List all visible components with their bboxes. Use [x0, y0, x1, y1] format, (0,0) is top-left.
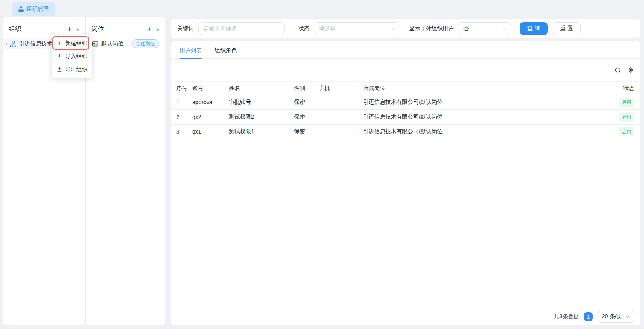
page-number-button[interactable]: 1: [584, 312, 593, 321]
keyword-label: 关键词: [177, 25, 194, 32]
cell-name: 审批账号: [229, 95, 294, 110]
org-node-icon: [10, 41, 16, 47]
refresh-icon[interactable]: [614, 66, 621, 74]
cell-name: 测试权限2: [229, 110, 294, 125]
menu-item-new-organization[interactable]: + 新建组织: [52, 37, 92, 50]
position-type-badge: 责任岗位: [132, 39, 159, 48]
cell-gender: 保密: [294, 110, 319, 125]
status-select[interactable]: 请选择: [314, 22, 400, 35]
top-tab-bar: 组织管理: [0, 0, 644, 16]
pagination-bar: 共3条数据 1 20 条/页: [171, 308, 640, 325]
status-badge: 启用: [619, 127, 634, 136]
table-header-row: 序号 账号 姓名 性别 手机 所属岗位 状态: [171, 82, 640, 95]
organization-actions-menu: + 新建组织 导入组织 导出组织: [52, 35, 92, 78]
content-tabs: 用户列表 组织角色: [171, 41, 640, 59]
expand-caret-icon[interactable]: [6, 42, 8, 45]
status-badge: 启用: [619, 98, 634, 107]
status-label: 状态: [298, 25, 309, 32]
position-panel-header: 岗位 + »: [86, 20, 165, 38]
position-list-item[interactable]: 默认岗位 责任岗位: [86, 38, 165, 49]
table-row[interactable]: 2 qx2 测试权限2 保密 引迈信息技术有限公司/默认岗位 启用: [171, 110, 640, 125]
menu-item-import-organization[interactable]: 导入组织: [52, 50, 92, 63]
status-badge: 启用: [619, 113, 634, 122]
col-gender: 性别: [294, 82, 319, 95]
chevron-down-icon: [391, 26, 396, 31]
col-index: 序号: [171, 82, 192, 95]
cell-index: 2: [171, 110, 192, 125]
tab-user-list[interactable]: 用户列表: [180, 41, 202, 58]
user-table: 序号 账号 姓名 性别 手机 所属岗位 状态 1 approval 审批账号 保…: [171, 81, 640, 139]
cell-account: qx2: [192, 110, 229, 125]
col-account: 账号: [192, 82, 229, 95]
table-row[interactable]: 1 approval 审批账号 保密 引迈信息技术有限公司/默认岗位 启用: [171, 95, 640, 110]
col-position: 所属岗位: [363, 82, 607, 95]
descendant-users-value: 否: [463, 25, 502, 32]
organization-panel-title: 组织: [9, 25, 21, 33]
add-position-icon[interactable]: +: [147, 25, 151, 33]
cell-position: 引迈信息技术有限公司/默认岗位: [363, 125, 607, 139]
cell-position: 引迈信息技术有限公司/默认岗位: [363, 110, 607, 125]
cell-gender: 保密: [294, 95, 319, 110]
download-icon: [56, 54, 62, 59]
chevron-down-icon: [502, 26, 507, 31]
cell-account: qx1: [192, 125, 229, 139]
cell-gender: 保密: [294, 125, 319, 139]
cell-phone: [319, 125, 363, 139]
reset-button[interactable]: 重置: [553, 22, 581, 35]
upload-icon: [56, 67, 62, 72]
plus-icon: +: [56, 40, 62, 47]
total-count-text: 共3条数据: [554, 313, 579, 320]
cell-account: approval: [192, 95, 229, 110]
gear-icon[interactable]: [627, 66, 634, 74]
tab-org-management[interactable]: 组织管理: [12, 2, 55, 16]
position-panel: 岗位 + » 默认岗位 责任岗位: [86, 17, 165, 325]
page-size-value: 20 条/页: [602, 313, 622, 320]
status-select-value: 请选择: [319, 25, 391, 32]
menu-item-export-organization[interactable]: 导出组织: [52, 63, 92, 76]
position-panel-title: 岗位: [91, 25, 104, 33]
filter-bar: 关键词 状态 请选择 显示子孙组织用户 否 查询 重置: [171, 19, 640, 38]
menu-item-label: 新建组织: [65, 40, 87, 47]
search-button[interactable]: 查询: [520, 22, 548, 35]
org-node-label: 引迈信息技术: [19, 40, 52, 47]
descendant-users-select[interactable]: 否: [458, 22, 511, 35]
col-name: 姓名: [229, 82, 294, 95]
tab-org-roles[interactable]: 组织角色: [215, 41, 237, 58]
col-status: 状态: [607, 82, 640, 95]
menu-item-label: 导出组织: [65, 66, 87, 73]
cell-name: 测试权限1: [229, 125, 294, 139]
add-organization-icon[interactable]: +: [67, 25, 72, 33]
keyword-input[interactable]: [198, 22, 285, 35]
descendant-users-label: 显示子孙组织用户: [409, 25, 454, 32]
position-label: 默认岗位: [101, 40, 124, 47]
content-card: 用户列表 组织角色: [171, 41, 640, 325]
chevron-down-icon: [625, 314, 630, 319]
org-chart-icon: [18, 6, 24, 12]
cell-index: 3: [171, 125, 192, 139]
tab-label: 组织管理: [27, 6, 49, 13]
menu-item-label: 导入组织: [65, 53, 87, 60]
table-row[interactable]: 3 qx1 测试权限1 保密 引迈信息技术有限公司/默认岗位 启用: [171, 125, 640, 139]
cell-position: 引迈信息技术有限公司/默认岗位: [363, 95, 607, 110]
cell-index: 1: [171, 95, 192, 110]
table-toolbar: [171, 59, 640, 81]
page-size-select[interactable]: 20 条/页: [598, 311, 634, 323]
cell-phone: [319, 110, 363, 125]
col-phone: 手机: [319, 82, 363, 95]
collapse-panel-icon[interactable]: »: [155, 25, 160, 33]
collapse-panel-icon[interactable]: »: [75, 25, 80, 33]
cell-phone: [319, 95, 363, 110]
id-card-icon: [92, 41, 98, 47]
